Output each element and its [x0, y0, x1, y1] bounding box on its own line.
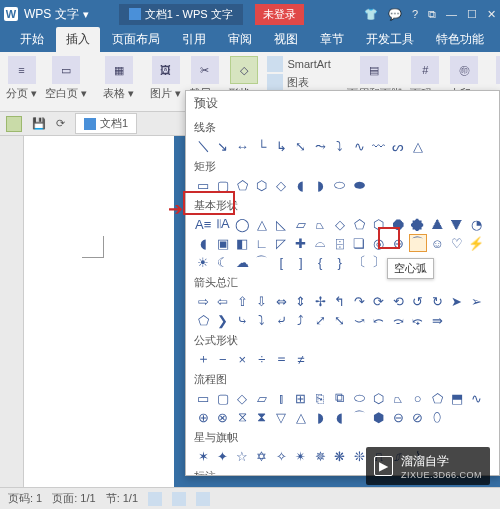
maximize-icon[interactable]: ☐	[467, 8, 477, 21]
shape-arr-curv1[interactable]: ⤻	[350, 311, 369, 329]
shape-round2[interactable]: ◗	[311, 176, 330, 194]
star-24[interactable]: ❋	[331, 447, 350, 465]
shape-closed[interactable]: △	[409, 137, 428, 155]
shape-arr-d[interactable]: ⇩	[253, 292, 272, 310]
tab-start[interactable]: 开始	[10, 27, 54, 52]
shape-dbrkt[interactable]: 〔	[350, 253, 369, 271]
fc-manual[interactable]: ⏢	[389, 389, 408, 407]
shape-snip2[interactable]: ⬡	[253, 176, 272, 194]
tab-review[interactable]: 审阅	[218, 27, 262, 52]
app-dropdown-icon[interactable]: ▾	[83, 8, 89, 21]
picture-button[interactable]: 🖼图片 ▾	[150, 56, 181, 101]
tab-view[interactable]: 视图	[264, 27, 308, 52]
smartart-button[interactable]: SmartArt	[267, 56, 330, 72]
fc-data[interactable]: ▱	[253, 389, 272, 407]
shape-arr-notch[interactable]: ➢	[467, 292, 486, 310]
shape-diag[interactable]: ◸	[272, 234, 291, 252]
document-title-tab[interactable]: 文档1 - WPS 文字	[119, 4, 243, 25]
star-4[interactable]: ✦	[214, 447, 233, 465]
fc-collate[interactable]: ⧖	[233, 408, 252, 426]
shape-pent[interactable]: ⬠	[350, 215, 369, 233]
shape-arr-u[interactable]: ⇧	[233, 292, 252, 310]
star-7[interactable]: ✧	[272, 447, 291, 465]
shape-rtri[interactable]: ◺	[272, 215, 291, 233]
shape-vtext[interactable]: ⦀A	[214, 215, 233, 233]
shape-block-arc[interactable]: ⌒	[409, 234, 428, 252]
shape-arr-pent[interactable]: ⬠	[194, 311, 213, 329]
help-icon[interactable]: ?	[412, 8, 418, 21]
fc-display[interactable]: ⬯	[428, 408, 447, 426]
shape-line[interactable]: ＼	[194, 137, 213, 155]
shape-curve[interactable]: ⤳	[311, 137, 330, 155]
fc-multi[interactable]: ⧉	[331, 389, 350, 407]
doc-tab-1[interactable]: 文档1	[75, 113, 137, 134]
shape-trap[interactable]: ⏢	[311, 215, 330, 233]
shape-round1[interactable]: ◖	[292, 176, 311, 194]
close-icon[interactable]: ✕	[487, 8, 496, 21]
star-6[interactable]: ✡	[253, 447, 272, 465]
shape-heart[interactable]: ♡	[448, 234, 467, 252]
shape-div[interactable]: ÷	[253, 350, 272, 368]
shape-curve-arrow[interactable]: ⤵	[331, 137, 350, 155]
shape-can[interactable]: ⌹	[331, 234, 350, 252]
table-button[interactable]: ▦表格 ▾	[103, 56, 134, 101]
shape-dbrc[interactable]: 〕	[370, 253, 389, 271]
fc-predef[interactable]: ⫿	[272, 389, 291, 407]
shape-arr-chev[interactable]: ❯	[214, 311, 233, 329]
shape-line-double[interactable]: ↔	[233, 137, 252, 155]
fc-or[interactable]: ⊗	[214, 408, 233, 426]
shape-elbow[interactable]: └	[253, 137, 272, 155]
save-icon[interactable]: 💾	[32, 117, 46, 130]
shape-brkt1[interactable]: [	[272, 253, 291, 271]
shape-arr-c4[interactable]: ↻	[428, 292, 447, 310]
shape-arr-quad[interactable]: ✢	[311, 292, 330, 310]
shape-arr-ucall[interactable]: ⤴	[292, 311, 311, 329]
fc-mag[interactable]: ⬢	[370, 408, 389, 426]
min-max-icon[interactable]: ⧉	[428, 8, 436, 21]
shape-elbow-arrow[interactable]: ↳	[272, 137, 291, 155]
shape-rect[interactable]: ▭	[194, 176, 213, 194]
shape-dec[interactable]: ⯅	[428, 215, 447, 233]
shape-arr-r[interactable]: ⇨	[194, 292, 213, 310]
shape-arr-q2[interactable]: ⤡	[331, 311, 350, 329]
fc-stored[interactable]: ◗	[311, 408, 330, 426]
shape-brc1[interactable]: {	[311, 253, 330, 271]
shape-smiley[interactable]: ☺	[428, 234, 447, 252]
tab-dev[interactable]: 开发工具	[356, 27, 424, 52]
shape-scribble[interactable]: ᔕ	[389, 137, 408, 155]
chart-button[interactable]: 图表	[267, 74, 330, 90]
shape-arc[interactable]: ⌒	[253, 253, 272, 271]
tab-special[interactable]: 特色功能	[426, 27, 494, 52]
shape-l[interactable]: ∟	[253, 234, 272, 252]
fc-conn[interactable]: ○	[409, 389, 428, 407]
shape-arr-curv4[interactable]: ⤽	[409, 311, 428, 329]
shape-arr-str[interactable]: ➤	[448, 292, 467, 310]
fc-prep[interactable]: ⬡	[370, 389, 389, 407]
shape-parallel[interactable]: ▱	[292, 215, 311, 233]
shape-chord[interactable]: ◖	[194, 234, 213, 252]
star-5[interactable]: ☆	[233, 447, 252, 465]
shape-snip[interactable]: ⬠	[233, 176, 252, 194]
fc-card[interactable]: ⬒	[448, 389, 467, 407]
shape-elbow-double[interactable]: ⤡	[292, 137, 311, 155]
shape-arr-bent[interactable]: ↰	[331, 292, 350, 310]
shape-neq[interactable]: ≠	[292, 350, 311, 368]
shape-round-rect[interactable]: ▢	[214, 176, 233, 194]
shape-snip3[interactable]: ◇	[272, 176, 291, 194]
shape-eq[interactable]: ＝	[272, 350, 291, 368]
fc-sort[interactable]: ⧗	[253, 408, 272, 426]
shape-textbox[interactable]: A≡	[194, 215, 213, 233]
tab-insert[interactable]: 插入	[56, 27, 100, 52]
shape-curve-double[interactable]: ∿	[350, 137, 369, 155]
shape-arr-rcall[interactable]: ⤷	[233, 311, 252, 329]
shape-line-arrow[interactable]: ↘	[214, 137, 233, 155]
shape-arr-c3[interactable]: ↺	[409, 292, 428, 310]
shape-donut[interactable]: ⊖	[389, 234, 408, 252]
fc-disk[interactable]: ⊖	[389, 408, 408, 426]
shape-cross[interactable]: ✚	[292, 234, 311, 252]
shape-arr-q1[interactable]: ⤢	[311, 311, 330, 329]
shape-cube[interactable]: ❏	[350, 234, 369, 252]
shape-brc2[interactable]: }	[331, 253, 350, 271]
shape-half[interactable]: ◧	[233, 234, 252, 252]
shape-arr-strip[interactable]: ⇛	[428, 311, 447, 329]
